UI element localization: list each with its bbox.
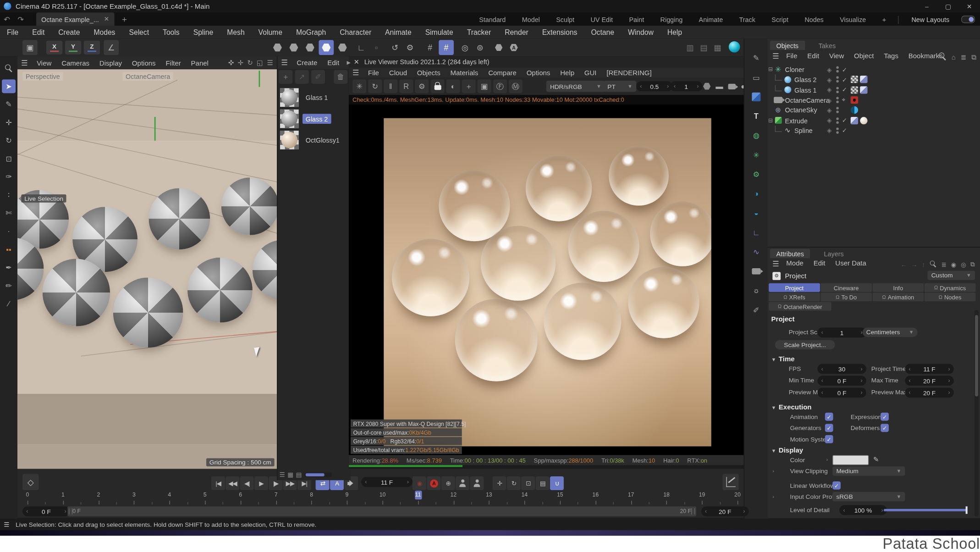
lv-menu-rendering[interactable]: [RENDERING] (601, 69, 656, 76)
layers-icon[interactable]: ◈ (827, 86, 832, 93)
cloner-object-icon[interactable]: ✳ (749, 148, 763, 162)
clay-mode-icon[interactable]: ◐ (446, 79, 460, 93)
brush-tool-icon[interactable]: ✑ (2, 170, 16, 184)
undo-icon[interactable]: ↶ (0, 15, 14, 23)
previous-key-button[interactable]: ◀◀ (226, 476, 239, 490)
range-start-field[interactable]: ‹0 F› (22, 506, 70, 516)
object-row-cloner[interactable]: ⊟✳Cloner◈✓ (767, 64, 980, 74)
menu-window[interactable]: Window (621, 28, 661, 36)
play-button[interactable]: ▶ (254, 476, 268, 490)
hex-render-icon[interactable] (700, 79, 714, 93)
resolution-scale-stepper[interactable]: ‹0.5› (636, 81, 672, 91)
camera-label[interactable]: OctaneCamera (122, 72, 173, 81)
project-scale-stepper[interactable]: ‹1› (817, 327, 866, 337)
object-row-glass-1[interactable]: Glass 1◈✓ (767, 85, 980, 95)
expander-icon[interactable]: ⊟ (767, 66, 774, 73)
viewport-menu-display[interactable]: Display (94, 59, 127, 66)
viewport-menu-panel[interactable]: Panel (186, 59, 214, 66)
attr-menu-mode[interactable]: Mode (781, 259, 808, 267)
render-settings-gear-icon[interactable]: ⊚ (473, 40, 488, 55)
spline-primitive-icon[interactable]: ▭ (749, 71, 763, 84)
autokey-button[interactable]: A (427, 476, 440, 490)
render-settings-icon[interactable]: ▣ (22, 40, 38, 55)
restart-render-icon[interactable]: ↻ (368, 79, 382, 93)
menu-tools[interactable]: Tools (156, 28, 187, 36)
menu-edit[interactable]: Edit (25, 28, 51, 36)
category-tab-cineware[interactable]: Cineware (820, 283, 872, 292)
visibility-dots[interactable] (836, 117, 838, 124)
move-tool-icon[interactable]: ✛ (2, 116, 16, 129)
materials-grid-view-icon[interactable]: ▦ (287, 471, 293, 478)
mode-texture-icon[interactable] (335, 40, 350, 55)
maximize-view-icon[interactable]: ◱ (257, 59, 263, 67)
search-icon[interactable] (939, 53, 946, 61)
category-tab-info[interactable]: Info (872, 283, 924, 292)
layers-icon[interactable]: ◈ (827, 127, 832, 134)
enable-check-icon[interactable]: ✓ (842, 127, 847, 134)
goto-start-button[interactable]: |◀ (211, 476, 225, 490)
display-section-title[interactable]: Display (779, 447, 803, 454)
pen-tool-icon[interactable]: ✎ (2, 98, 16, 111)
document-tab[interactable]: Octane Example_... ✕ (36, 12, 114, 26)
object-row-spline[interactable]: ∿Spline◈✓ (767, 126, 980, 136)
lod-stepper[interactable]: ‹100 %› (839, 505, 887, 515)
objects-menu-tags[interactable]: Tags (879, 52, 903, 59)
visibility-dots[interactable] (836, 77, 838, 83)
line-tool-icon[interactable]: ∕ (2, 297, 16, 311)
layout-window-icon-3[interactable]: ▦ (710, 40, 725, 55)
axis-z-button[interactable]: Z (84, 41, 100, 55)
phong-tag[interactable] (851, 116, 858, 124)
tab-layers[interactable]: Layers (818, 249, 850, 258)
preview-range-scrollbar[interactable]: 0 F 20 F (67, 506, 696, 516)
attributes-scrollbar[interactable] (974, 310, 979, 516)
category-tab-xrefs[interactable]: ΩXRefs (769, 293, 820, 301)
layout-tab-animate[interactable]: Animate (691, 15, 731, 22)
character-solo-button[interactable] (470, 476, 484, 490)
visibility-dots[interactable] (836, 87, 838, 93)
dot-tool-icon[interactable]: · (2, 225, 16, 238)
layers-icon[interactable]: ◈ (827, 97, 832, 104)
camera-object-icon[interactable] (749, 265, 763, 278)
menu-select[interactable]: Select (122, 28, 156, 36)
object-row-extrude[interactable]: ⊟Extrude◈✓ (767, 116, 980, 126)
region-render-icon[interactable]: ▬ (712, 79, 726, 93)
category-tab-animation[interactable]: ΩAnimation (872, 293, 924, 301)
view-label[interactable]: Perspective (22, 72, 63, 81)
enable-check-icon[interactable]: ✓ (842, 76, 847, 83)
light-object-icon[interactable]: ☼ (749, 284, 763, 298)
category-tab-octanerender[interactable]: ΩOctaneRender (769, 302, 831, 311)
phong-tag[interactable] (860, 86, 867, 94)
category-tab-dynamics[interactable]: ΩDynamics (925, 283, 976, 292)
pen-object-icon[interactable]: ✎ (749, 51, 763, 65)
parent-icon[interactable]: ↑ (922, 261, 925, 268)
fps-stepper[interactable]: ‹30› (817, 364, 866, 374)
quantize-icon[interactable]: # (439, 40, 454, 55)
visibility-dots[interactable] (836, 107, 838, 114)
pick-material-icon[interactable]: ✐ (311, 70, 325, 84)
enable-check-icon[interactable]: ✓ (842, 66, 847, 73)
scale-project-button[interactable]: Scale Project... (775, 340, 835, 349)
preview-min-stepper[interactable]: ‹0 F› (817, 387, 866, 397)
live-selection-tool-icon[interactable]: ➤ (2, 79, 16, 93)
material-item-octglossy1[interactable]: OctGlossy1 (280, 130, 347, 150)
cube-primitive-icon[interactable] (749, 90, 763, 104)
checker-sphere[interactable] (221, 177, 277, 235)
generators-checkbox[interactable]: ✓ (825, 424, 833, 432)
objects-menu-object[interactable]: Object (849, 52, 879, 59)
new-layouts-button[interactable]: New Layouts (903, 15, 958, 22)
materials-list-view-icon[interactable]: ▤ (296, 471, 302, 478)
lv-menu-gui[interactable]: GUI (579, 69, 601, 76)
preview-max-stepper[interactable]: ‹20 F› (905, 387, 953, 397)
objects-menu-view[interactable]: View (824, 52, 849, 59)
material-item-glass-1[interactable]: Glass 1 (280, 88, 347, 108)
paint-tool-icon[interactable]: ▪▪ (2, 243, 16, 256)
viewport-menu-icon[interactable]: ☰ (17, 58, 32, 67)
layout-tab-rigging[interactable]: Rigging (652, 15, 691, 22)
tab-objects[interactable]: Objects (770, 41, 805, 50)
enable-check-icon[interactable]: ✓ (842, 86, 847, 93)
motion-system-checkbox[interactable]: ✓ (825, 435, 833, 443)
deformers-checkbox[interactable]: ✓ (881, 424, 889, 432)
generator-gear-icon[interactable]: ⚙ (749, 167, 763, 181)
layers-icon[interactable]: ◈ (827, 107, 832, 114)
object-row-octanecamera[interactable]: OctaneCamera◈⌖ (767, 95, 980, 105)
